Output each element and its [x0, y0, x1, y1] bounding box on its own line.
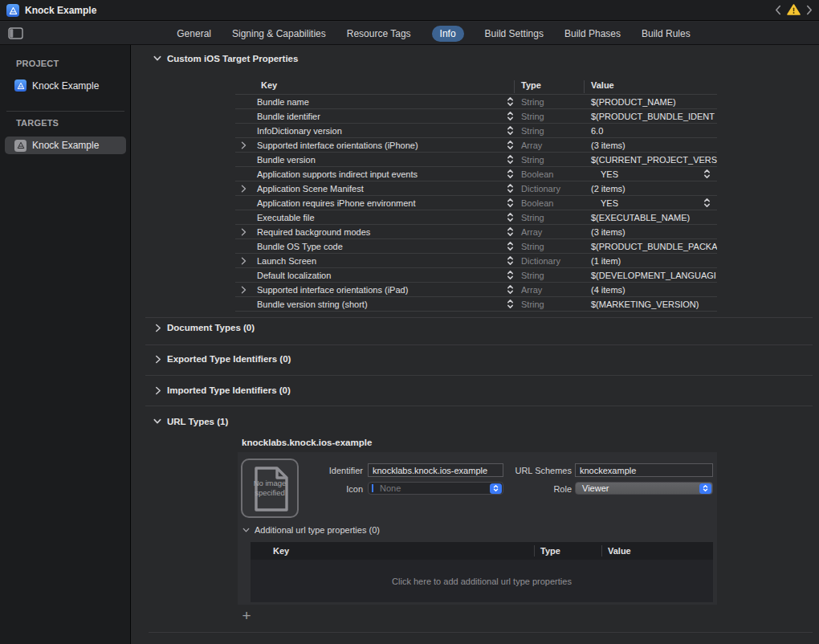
icon-popup[interactable]: None — [368, 482, 503, 495]
window-title: Knock Example — [25, 5, 96, 16]
chevron-down-icon[interactable] — [242, 528, 250, 533]
section-divider — [145, 375, 813, 376]
table-row[interactable]: InfoDictionary version String 6.0 — [235, 123, 717, 137]
table-row[interactable]: Default localization String $(DEVELOPMEN… — [235, 267, 717, 282]
sidebar-item-target[interactable]: Knock Example — [5, 137, 126, 154]
titlebar-right-controls — [775, 4, 813, 15]
tab-build-settings[interactable]: Build Settings — [485, 28, 544, 39]
stepper-icon[interactable] — [507, 154, 514, 165]
additional-properties-table: Key Type Value Click here to add additio… — [251, 542, 713, 602]
section-document-types[interactable]: Document Types (0) — [155, 323, 255, 332]
table-row[interactable]: Application requires iPhone environment … — [235, 195, 717, 210]
window-titlebar: Knock Example — [0, 0, 819, 21]
stepper-icon[interactable] — [507, 226, 514, 237]
sidebar-project-header: PROJECT — [16, 59, 59, 68]
table-row[interactable]: Supported interface orientations (iPhone… — [235, 137, 717, 152]
property-value: (3 items) — [591, 227, 625, 237]
property-value: $(DEVELOPMENT_LANGUAGI — [591, 271, 716, 280]
value-stepper-icon[interactable] — [703, 169, 711, 179]
additional-properties-label: Additional url type properties (0) — [255, 525, 380, 535]
sidebar-toggle-icon[interactable] — [8, 27, 23, 39]
chevron-right-icon[interactable] — [155, 355, 161, 364]
chevron-down-icon[interactable] — [153, 55, 161, 62]
url-type-panel: No image specified Identifier URL Scheme… — [238, 452, 717, 605]
section-title: Exported Type Identifiers (0) — [167, 354, 291, 364]
add-url-type-button[interactable]: + — [238, 608, 255, 624]
url-type-image-well[interactable]: No image specified — [241, 459, 299, 518]
tab-build-rules[interactable]: Build Rules — [642, 28, 691, 39]
tab-resource-tags[interactable]: Resource Tags — [347, 28, 411, 39]
table-row[interactable]: Bundle identifier String $(PRODUCT_BUNDL… — [235, 108, 717, 123]
stepper-icon[interactable] — [507, 169, 514, 179]
disclosure-chevron-icon[interactable] — [241, 286, 247, 294]
table-row[interactable]: Bundle name String $(PRODUCT_NAME) — [235, 94, 717, 108]
stepper-icon[interactable] — [507, 125, 514, 136]
disclosure-chevron-icon[interactable] — [241, 257, 247, 265]
property-key: InfoDictionary version — [251, 126, 502, 136]
table-row[interactable]: Supported interface orientations (iPad) … — [235, 282, 717, 296]
property-value: (4 items) — [591, 285, 625, 295]
identifier-field[interactable] — [368, 463, 503, 477]
additional-properties-header[interactable]: Additional url type properties (0) — [242, 525, 380, 535]
column-separator — [601, 545, 602, 556]
stepper-icon[interactable] — [507, 284, 514, 295]
stepper-icon[interactable] — [507, 198, 514, 208]
text-caret — [372, 484, 373, 492]
url-schemes-field[interactable] — [575, 463, 713, 477]
property-type: String — [518, 97, 587, 107]
chevron-down-icon[interactable] — [153, 418, 161, 425]
value-stepper-icon[interactable] — [703, 198, 711, 208]
table-row[interactable]: Launch Screen Dictionary (1 item) — [235, 253, 717, 267]
tab-signing-capabilities[interactable]: Signing & Capabilities — [232, 28, 326, 39]
stepper-icon[interactable] — [507, 241, 514, 251]
section-custom-ios-target-properties[interactable]: Custom iOS Target Properties — [153, 54, 298, 63]
stepper-icon[interactable] — [507, 270, 514, 280]
property-key: Bundle name — [251, 97, 502, 107]
warning-icon[interactable] — [787, 4, 801, 15]
column-separator — [584, 80, 585, 93]
stepper-icon[interactable] — [507, 255, 514, 266]
section-exported-type-identifiers[interactable]: Exported Type Identifiers (0) — [155, 354, 291, 364]
stepper-icon[interactable] — [507, 96, 514, 107]
column-header-key: Key — [261, 80, 277, 90]
popup-stepper-button[interactable] — [490, 483, 502, 494]
table-row[interactable]: Bundle OS Type code String $(PRODUCT_BUN… — [235, 238, 717, 253]
table-row[interactable]: Required background modes Array (3 items… — [235, 224, 717, 238]
property-type: String — [518, 300, 587, 309]
project-app-icon — [6, 4, 19, 17]
stepper-icon[interactable] — [507, 299, 514, 309]
popup-stepper-button[interactable] — [699, 483, 711, 494]
column-header-value: Value — [591, 80, 614, 90]
property-value: (3 items) — [591, 141, 625, 150]
stepper-icon[interactable] — [507, 183, 514, 194]
additional-table-header: Key Type Value — [251, 542, 713, 560]
section-imported-type-identifiers[interactable]: Imported Type Identifiers (0) — [155, 385, 291, 395]
additional-table-empty-row[interactable]: Click here to add additional url type pr… — [251, 560, 713, 602]
stepper-icon[interactable] — [507, 140, 514, 150]
table-row[interactable]: Bundle version string (short) String $(M… — [235, 296, 717, 311]
disclosure-chevron-icon[interactable] — [241, 185, 247, 193]
tab-general[interactable]: General — [177, 28, 211, 39]
xcode-project-glyph — [9, 6, 18, 15]
tab-build-phases[interactable]: Build Phases — [564, 28, 621, 39]
disclosure-chevron-icon[interactable] — [241, 228, 247, 236]
table-row[interactable]: Application supports indirect input even… — [235, 166, 717, 181]
stepper-icon[interactable] — [507, 111, 514, 121]
table-row[interactable]: Bundle version String $(CURRENT_PROJECT_… — [235, 152, 717, 166]
property-key: Application Scene Manifest — [251, 184, 502, 194]
property-key: Executable file — [251, 213, 502, 222]
section-url-types[interactable]: URL Types (1) — [153, 417, 228, 426]
property-type: Boolean — [518, 198, 587, 208]
disclosure-chevron-icon[interactable] — [241, 141, 247, 149]
sidebar-item-project[interactable]: Knock Example — [14, 79, 99, 92]
nav-forward-icon[interactable] — [806, 5, 813, 15]
chevron-right-icon[interactable] — [155, 324, 161, 332]
tab-info[interactable]: Info — [432, 26, 464, 42]
role-label: Role — [553, 484, 572, 494]
role-popup[interactable]: Viewer — [575, 482, 713, 495]
stepper-icon[interactable] — [507, 212, 514, 222]
table-row[interactable]: Application Scene Manifest Dictionary (2… — [235, 181, 717, 195]
nav-back-icon[interactable] — [775, 5, 781, 15]
table-row[interactable]: Executable file String $(EXECUTABLE_NAME… — [235, 210, 717, 224]
chevron-right-icon[interactable] — [155, 386, 161, 395]
